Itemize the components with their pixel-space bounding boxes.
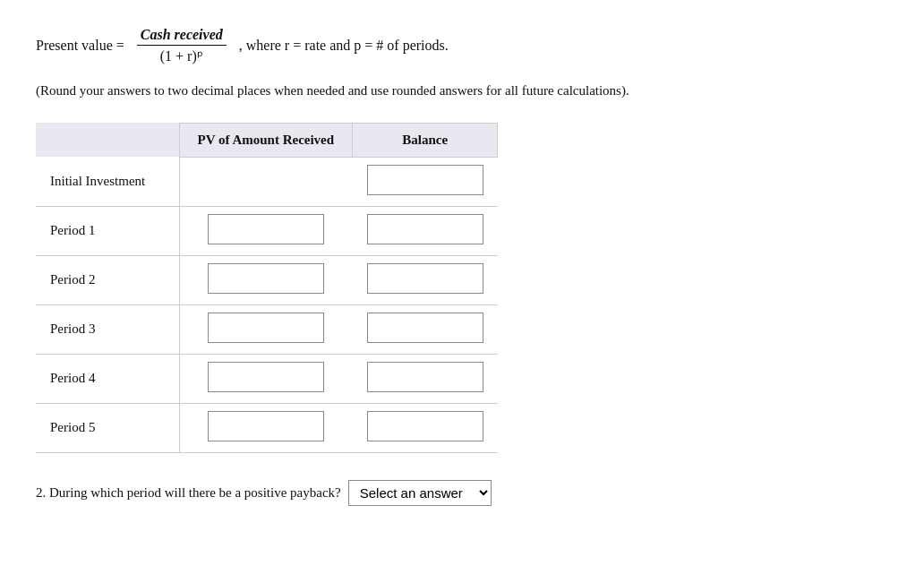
balance-input-1[interactable] <box>367 214 483 244</box>
pv-table: PV of Amount Received Balance Initial In… <box>36 123 498 453</box>
balance-column-header: Balance <box>353 123 498 157</box>
balance-cell-2[interactable] <box>353 255 498 304</box>
balance-input-2[interactable] <box>367 263 483 294</box>
balance-input-0[interactable] <box>367 165 483 195</box>
row-label-period-5: Period 5 <box>36 403 179 452</box>
balance-cell-1[interactable] <box>353 206 498 255</box>
formula-section: Present value = Cash received (1 + r)ᵖ ,… <box>36 27 888 64</box>
balance-cell-3[interactable] <box>353 304 498 354</box>
balance-input-4[interactable] <box>367 362 483 392</box>
balance-input-5[interactable] <box>367 411 483 441</box>
formula-prefix: Present value = <box>36 38 124 54</box>
formula-suffix: , where r = rate and p = # of periods. <box>239 38 449 54</box>
formula-fraction: Cash received (1 + r)ᵖ <box>137 27 227 64</box>
row-label-period-4: Period 4 <box>36 354 179 403</box>
pv-cell-5[interactable] <box>179 403 353 452</box>
formula-numerator: Cash received <box>137 27 227 46</box>
pv-input-2[interactable] <box>208 263 324 294</box>
question-text: 2. During which period will there be a p… <box>36 485 341 501</box>
balance-cell-0[interactable] <box>353 157 498 206</box>
pv-cell-1[interactable] <box>179 206 353 255</box>
row-label-initial-investment: Initial Investment <box>36 157 179 206</box>
pv-cell-0 <box>179 157 353 206</box>
balance-cell-4[interactable] <box>353 354 498 403</box>
pv-input-4[interactable] <box>208 362 324 392</box>
balance-cell-5[interactable] <box>353 403 498 452</box>
pv-input-3[interactable] <box>208 313 324 343</box>
pv-cell-4[interactable] <box>179 354 353 403</box>
question-row: 2. During which period will there be a p… <box>36 480 888 506</box>
pv-column-header: PV of Amount Received <box>179 123 353 157</box>
row-label-period-2: Period 2 <box>36 255 179 304</box>
balance-input-3[interactable] <box>367 313 483 343</box>
formula-denominator: (1 + r)ᵖ <box>157 46 207 64</box>
row-label-period-1: Period 1 <box>36 206 179 255</box>
pv-input-5[interactable] <box>208 411 324 441</box>
pv-cell-3[interactable] <box>179 304 353 354</box>
col-empty-header <box>36 123 179 157</box>
rounding-note: (Round your answers to two decimal place… <box>36 81 888 101</box>
pv-input-1[interactable] <box>208 214 324 244</box>
pv-cell-2[interactable] <box>179 255 353 304</box>
answer-dropdown[interactable]: Select an answerPeriod 1Period 2Period 3… <box>348 480 492 506</box>
row-label-period-3: Period 3 <box>36 304 179 354</box>
